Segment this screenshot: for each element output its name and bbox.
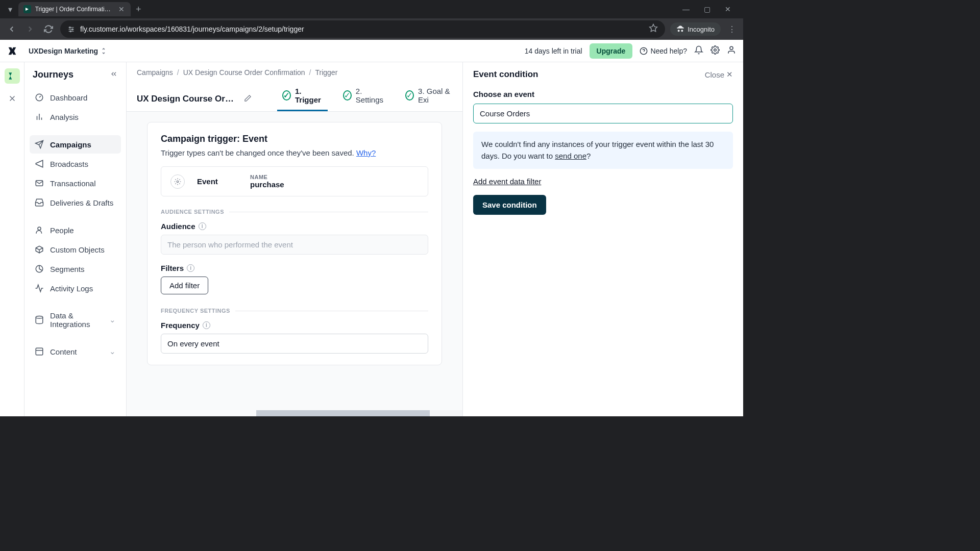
- maximize-icon[interactable]: ▢: [700, 3, 715, 15]
- chevron-down-icon: ⌄: [109, 347, 116, 356]
- sidebar-item-broadcasts[interactable]: Broadcasts: [30, 155, 121, 173]
- app-logo-icon[interactable]: [0, 45, 24, 57]
- browser-menu-icon[interactable]: ⋮: [726, 22, 738, 36]
- audience-section-label: AUDIENCE SETTINGS: [161, 209, 224, 215]
- step-trigger[interactable]: ✓1. Trigger: [282, 87, 323, 111]
- mail-icon: [35, 179, 44, 188]
- event-condition-panel: Event condition Close ✕ Choose an event …: [462, 62, 743, 416]
- tab-bar: ▾ Trigger | Order Confirmation | C ✕ + —…: [0, 0, 743, 18]
- event-type-label: Event: [197, 177, 238, 186]
- megaphone-icon: [35, 159, 44, 168]
- why-link[interactable]: Why?: [356, 148, 376, 157]
- svg-point-17: [36, 316, 43, 319]
- card-title: Campaign trigger: Event: [161, 134, 428, 144]
- info-icon[interactable]: i: [199, 222, 206, 230]
- profile-icon[interactable]: [727, 45, 736, 57]
- url-text: fly.customer.io/workspaces/160831/journe…: [80, 25, 644, 33]
- sidebar: Journeys Dashboard Analysis Campaigns Br…: [24, 62, 127, 416]
- help-icon: [640, 47, 648, 55]
- card-subtitle: Trigger types can't be changed once they…: [161, 148, 428, 157]
- event-not-found-notice: We couldn't find any instances of your t…: [473, 132, 733, 169]
- settings-icon[interactable]: [710, 45, 720, 57]
- step-goal[interactable]: ✓3. Goal & Exi: [405, 87, 452, 111]
- svg-point-3: [69, 27, 71, 28]
- sidebar-item-analysis[interactable]: Analysis: [30, 108, 121, 126]
- sidebar-item-segments[interactable]: Segments: [30, 260, 121, 278]
- site-settings-icon[interactable]: [67, 26, 75, 33]
- frequency-select[interactable]: On every event: [161, 334, 428, 354]
- sidebar-item-dashboard[interactable]: Dashboard: [30, 88, 121, 107]
- upgrade-button[interactable]: Upgrade: [590, 43, 633, 59]
- notifications-icon[interactable]: [694, 45, 703, 57]
- tab-close-icon[interactable]: ✕: [117, 5, 126, 13]
- sidebar-item-transactional[interactable]: Transactional: [30, 174, 121, 192]
- back-icon[interactable]: [5, 22, 18, 36]
- add-event-data-filter-link[interactable]: Add event data filter: [473, 177, 541, 186]
- sidebar-item-deliveries[interactable]: Deliveries & Drafts: [30, 193, 121, 212]
- panel-title: Event condition: [473, 69, 538, 80]
- pie-icon: [35, 264, 44, 273]
- breadcrumb-campaigns[interactable]: Campaigns: [137, 68, 173, 77]
- add-filter-button[interactable]: Add filter: [161, 277, 208, 294]
- rail-secondary-icon[interactable]: [5, 91, 20, 106]
- event-summary[interactable]: Event NAME purchase: [161, 166, 428, 196]
- save-condition-button[interactable]: Save condition: [473, 195, 546, 215]
- incognito-label: Incognito: [688, 26, 715, 33]
- box-icon: [35, 245, 44, 254]
- app-topbar: UXDesign Marketing 14 days left in trial…: [0, 40, 743, 62]
- minimize-icon[interactable]: —: [678, 3, 694, 15]
- browser-tab[interactable]: Trigger | Order Confirmation | C ✕: [18, 2, 131, 16]
- trial-status: 14 days left in trial: [525, 47, 582, 55]
- svg-rect-18: [36, 348, 43, 355]
- tab-search-icon[interactable]: ▾: [4, 3, 16, 16]
- workspace-label: UXDesign Marketing: [29, 47, 98, 55]
- breadcrumb-campaign[interactable]: UX Design Course Order Confirmation: [183, 68, 305, 77]
- frequency-label: Frequency: [161, 321, 200, 330]
- bookmark-icon[interactable]: [649, 23, 658, 35]
- collapse-sidebar-icon[interactable]: [110, 70, 118, 80]
- help-link[interactable]: Need help?: [640, 47, 687, 55]
- svg-point-20: [177, 181, 179, 183]
- chevron-down-icon: ⌄: [109, 315, 116, 324]
- info-icon[interactable]: i: [203, 321, 210, 329]
- frequency-section-label: FREQUENCY SETTINGS: [161, 308, 230, 314]
- check-icon: ✓: [282, 90, 291, 101]
- svg-marker-6: [650, 24, 657, 32]
- incognito-icon: [676, 25, 684, 33]
- step-settings[interactable]: ✓2. Settings: [343, 87, 385, 111]
- gauge-icon: [35, 93, 44, 102]
- product-rail: [0, 62, 24, 416]
- sidebar-item-campaigns[interactable]: Campaigns: [30, 135, 121, 154]
- breadcrumb-current: Trigger: [315, 68, 337, 77]
- sidebar-title: Journeys: [33, 69, 74, 80]
- info-icon[interactable]: i: [187, 264, 194, 272]
- close-window-icon[interactable]: ✕: [721, 3, 735, 15]
- send-one-link[interactable]: send one: [555, 152, 586, 160]
- edit-title-icon[interactable]: [244, 94, 252, 104]
- name-heading: NAME: [250, 174, 284, 180]
- campaign-title: UX Design Course Order Confi…: [137, 94, 239, 104]
- url-field[interactable]: fly.customer.io/workspaces/160831/journe…: [60, 20, 665, 38]
- filters-label: Filters: [161, 264, 184, 272]
- campaign-header: UX Design Course Order Confi… ✓1. Trigge…: [127, 83, 462, 112]
- incognito-badge[interactable]: Incognito: [670, 22, 721, 36]
- send-icon: [35, 140, 44, 149]
- close-panel-button[interactable]: Close ✕: [705, 70, 733, 79]
- sidebar-item-content[interactable]: Content⌄: [30, 342, 121, 361]
- activity-icon: [35, 284, 44, 293]
- workspace-switcher[interactable]: UXDesign Marketing: [24, 47, 110, 55]
- close-icon: ✕: [726, 70, 733, 79]
- new-tab-button[interactable]: +: [131, 2, 146, 17]
- inbox-icon: [35, 198, 44, 207]
- sidebar-item-custom-objects[interactable]: Custom Objects: [30, 240, 121, 259]
- svg-point-5: [70, 31, 71, 32]
- event-name-input[interactable]: [473, 104, 733, 123]
- sidebar-item-people[interactable]: People: [30, 221, 121, 239]
- reload-icon[interactable]: [42, 22, 55, 36]
- sidebar-item-data[interactable]: Data & Integrations⌄: [30, 307, 121, 333]
- sidebar-item-activity[interactable]: Activity Logs: [30, 279, 121, 297]
- breadcrumb: Campaigns / UX Design Course Order Confi…: [127, 62, 462, 83]
- horizontal-scrollbar[interactable]: [256, 410, 462, 416]
- app-root: UXDesign Marketing 14 days left in trial…: [0, 40, 743, 416]
- rail-journeys-icon[interactable]: [5, 68, 20, 84]
